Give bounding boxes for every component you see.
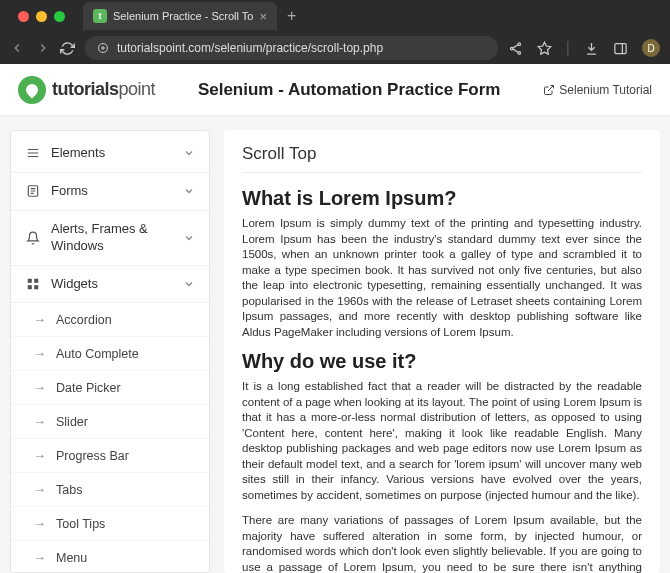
page-header: tutorialspoint Selenium - Automation Pra… bbox=[0, 64, 670, 116]
sub-label: Tool Tips bbox=[56, 517, 105, 531]
logo-icon bbox=[18, 76, 46, 104]
chevron-down-icon bbox=[183, 147, 195, 159]
arrow-right-icon: → bbox=[33, 550, 46, 565]
forward-icon[interactable] bbox=[36, 41, 50, 55]
back-icon[interactable] bbox=[10, 41, 24, 55]
arrow-right-icon: → bbox=[33, 448, 46, 463]
maximize-window-button[interactable] bbox=[54, 11, 65, 22]
tab-title: Selenium Practice - Scroll To bbox=[113, 10, 253, 22]
chevron-down-icon bbox=[183, 278, 195, 290]
menu-icon bbox=[25, 146, 41, 160]
share-icon[interactable] bbox=[508, 41, 523, 56]
sub-item-progressbar[interactable]: →Progress Bar bbox=[11, 439, 209, 473]
external-link-icon bbox=[543, 84, 555, 96]
chevron-down-icon bbox=[183, 232, 195, 244]
page-title: Selenium - Automation Practice Form bbox=[155, 80, 543, 100]
sub-label: Slider bbox=[56, 415, 88, 429]
sub-label: Accordion bbox=[56, 313, 112, 327]
svg-rect-7 bbox=[34, 279, 38, 283]
url-text: tutorialspoint.com/selenium/practice/scr… bbox=[117, 41, 383, 55]
download-icon[interactable] bbox=[584, 41, 599, 56]
favicon-icon: t bbox=[93, 9, 107, 23]
reload-icon[interactable] bbox=[60, 41, 75, 56]
close-tab-icon[interactable]: × bbox=[259, 9, 267, 24]
profile-avatar[interactable]: D bbox=[642, 39, 660, 57]
sidebar-label: Elements bbox=[51, 145, 173, 162]
logo-text: tutorialspoint bbox=[52, 79, 155, 100]
arrow-right-icon: → bbox=[33, 312, 46, 327]
site-info-icon[interactable] bbox=[97, 42, 109, 54]
heading-2: Why do we use it? bbox=[242, 350, 642, 373]
sidebar-label: Forms bbox=[51, 183, 173, 200]
svg-point-3 bbox=[518, 51, 521, 54]
new-tab-button[interactable]: + bbox=[287, 7, 296, 25]
sidebar: Elements Forms Alerts, Frames & Windows … bbox=[10, 130, 210, 573]
window-controls bbox=[8, 11, 75, 22]
chevron-down-icon bbox=[183, 185, 195, 197]
sidebar-label: Widgets bbox=[51, 276, 173, 293]
separator: | bbox=[566, 39, 570, 57]
toolbar-icons: | D bbox=[508, 39, 660, 57]
sub-item-autocomplete[interactable]: →Auto Complete bbox=[11, 337, 209, 371]
arrow-right-icon: → bbox=[33, 346, 46, 361]
paragraph: There are many variations of passages of… bbox=[242, 513, 642, 573]
logo[interactable]: tutorialspoint bbox=[18, 76, 155, 104]
svg-rect-4 bbox=[615, 43, 626, 53]
sidebar-item-alerts[interactable]: Alerts, Frames & Windows bbox=[11, 211, 209, 266]
sub-item-accordion[interactable]: →Accordion bbox=[11, 303, 209, 337]
sub-label: Tabs bbox=[56, 483, 82, 497]
close-window-button[interactable] bbox=[18, 11, 29, 22]
content-area: Scroll Top What is Lorem Ipsum? Lorem Ip… bbox=[224, 130, 660, 573]
form-icon bbox=[25, 184, 41, 198]
panel-icon[interactable] bbox=[613, 41, 628, 56]
sub-label: Progress Bar bbox=[56, 449, 129, 463]
browser-chrome: t Selenium Practice - Scroll To × + tuto… bbox=[0, 0, 670, 64]
sub-label: Auto Complete bbox=[56, 347, 139, 361]
nav-arrows bbox=[10, 41, 50, 55]
svg-point-1 bbox=[518, 42, 521, 45]
arrow-right-icon: → bbox=[33, 380, 46, 395]
minimize-window-button[interactable] bbox=[36, 11, 47, 22]
paragraph: It is a long established fact that a rea… bbox=[242, 379, 642, 503]
sub-label: Date Picker bbox=[56, 381, 121, 395]
svg-rect-6 bbox=[28, 279, 32, 283]
address-bar: tutorialspoint.com/selenium/practice/scr… bbox=[0, 32, 670, 64]
sub-item-tooltips[interactable]: →Tool Tips bbox=[11, 507, 209, 541]
star-icon[interactable] bbox=[537, 41, 552, 56]
tab-bar: t Selenium Practice - Scroll To × + bbox=[0, 0, 670, 32]
url-input[interactable]: tutorialspoint.com/selenium/practice/scr… bbox=[85, 36, 498, 60]
arrow-right-icon: → bbox=[33, 482, 46, 497]
sidebar-label: Alerts, Frames & Windows bbox=[51, 221, 173, 255]
sub-item-menu[interactable]: →Menu bbox=[11, 541, 209, 573]
sub-item-slider[interactable]: →Slider bbox=[11, 405, 209, 439]
svg-point-2 bbox=[510, 47, 513, 50]
sidebar-item-elements[interactable]: Elements bbox=[11, 135, 209, 173]
sub-item-tabs[interactable]: →Tabs bbox=[11, 473, 209, 507]
sub-label: Menu bbox=[56, 551, 87, 565]
svg-rect-8 bbox=[28, 285, 32, 289]
sub-item-datepicker[interactable]: →Date Picker bbox=[11, 371, 209, 405]
main: Elements Forms Alerts, Frames & Windows … bbox=[0, 116, 670, 573]
grid-icon bbox=[25, 277, 41, 291]
arrow-right-icon: → bbox=[33, 414, 46, 429]
heading-1: What is Lorem Ipsum? bbox=[242, 187, 642, 210]
svg-rect-9 bbox=[34, 285, 38, 289]
sidebar-item-widgets[interactable]: Widgets bbox=[11, 266, 209, 304]
arrow-right-icon: → bbox=[33, 516, 46, 531]
sidebar-item-forms[interactable]: Forms bbox=[11, 173, 209, 211]
content-page-title: Scroll Top bbox=[242, 144, 642, 173]
browser-tab[interactable]: t Selenium Practice - Scroll To × bbox=[83, 2, 277, 30]
bell-icon bbox=[25, 231, 41, 245]
tutorial-link[interactable]: Selenium Tutorial bbox=[543, 83, 652, 97]
paragraph: Lorem Ipsum is simply dummy text of the … bbox=[242, 216, 642, 340]
